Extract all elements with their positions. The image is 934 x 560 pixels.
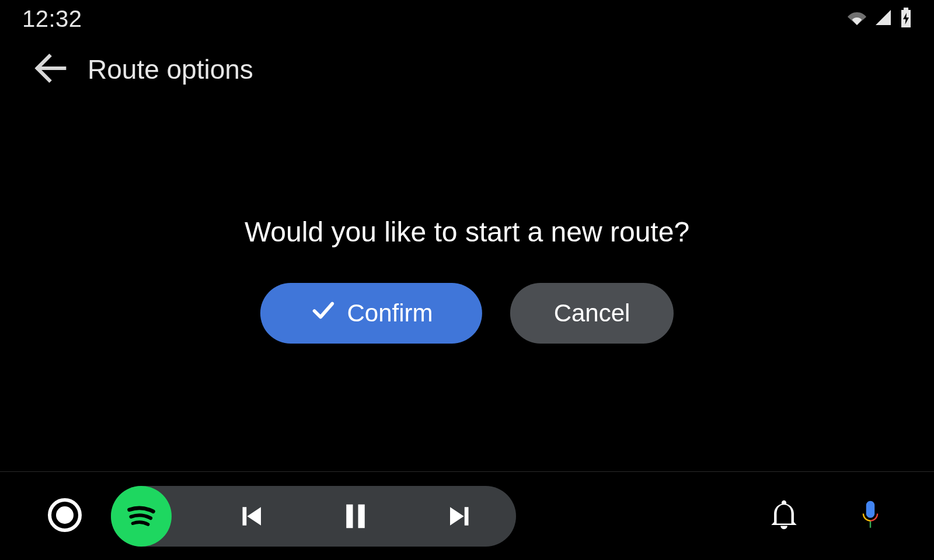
previous-track-button[interactable] [207,501,294,532]
cellular-icon [874,9,892,29]
svg-point-3 [56,506,74,524]
status-time: 12:32 [22,6,82,32]
confirm-label: Confirm [347,299,433,327]
wifi-icon [848,10,866,27]
cancel-button[interactable]: Cancel [510,283,674,344]
pause-button[interactable] [312,501,399,532]
svg-rect-5 [358,505,365,528]
dialog-actions: Confirm Cancel [245,283,689,344]
media-controls [111,486,516,547]
bottom-bar-right [767,498,887,534]
home-button[interactable] [47,497,83,536]
spotify-icon[interactable] [111,486,172,547]
microphone-button[interactable] [853,498,887,534]
check-icon [309,297,336,330]
confirm-button[interactable]: Confirm [260,283,482,344]
screen: 12:32 Route optio [0,0,934,560]
svg-rect-0 [904,8,908,10]
page-title: Route options [88,54,253,85]
bottom-bar-left [47,486,516,547]
status-bar: 12:32 [0,0,934,37]
notifications-button[interactable] [767,498,801,534]
status-icons [848,8,912,30]
next-track-button[interactable] [417,501,504,532]
bottom-bar [0,473,934,560]
header: Route options [33,50,253,89]
dialog-message: Would you like to start a new route? [245,216,689,248]
cancel-label: Cancel [554,299,630,327]
dialog: Would you like to start a new route? Con… [245,216,689,344]
battery-icon [900,8,912,30]
svg-rect-4 [346,505,353,528]
divider [0,471,934,472]
back-button[interactable] [33,50,69,89]
